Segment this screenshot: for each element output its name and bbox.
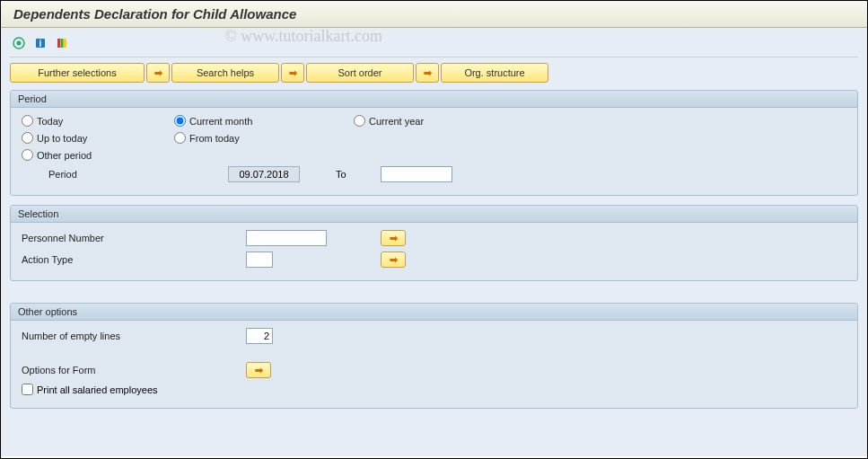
content-area: © www.tutorialkart.com i Further selecti… bbox=[1, 28, 867, 456]
search-helps-arrow-button[interactable]: ➡ bbox=[146, 63, 170, 83]
search-helps-button[interactable]: Search helps bbox=[171, 63, 279, 83]
period-to-input[interactable] bbox=[381, 166, 452, 182]
other-options-legend: Other options bbox=[11, 304, 857, 321]
sort-order-button[interactable]: Sort order bbox=[306, 63, 414, 83]
radio-up-to-today[interactable]: Up to today bbox=[22, 132, 174, 144]
period-label: Period bbox=[22, 169, 228, 180]
personnel-number-multi-button[interactable]: ➡ bbox=[381, 230, 406, 246]
svg-rect-4 bbox=[57, 39, 60, 48]
radio-today-label: Today bbox=[37, 116, 63, 127]
personnel-number-label: Personnel Number bbox=[22, 233, 246, 243]
svg-point-1 bbox=[17, 41, 22, 46]
period-legend: Period bbox=[11, 91, 857, 108]
action-type-label: Action Type bbox=[22, 254, 246, 265]
radio-from-today[interactable]: From today bbox=[174, 132, 354, 144]
personnel-number-input[interactable] bbox=[246, 230, 327, 246]
radio-other-period-label: Other period bbox=[37, 150, 92, 161]
empty-lines-input[interactable] bbox=[246, 328, 273, 344]
info-icon[interactable]: i bbox=[31, 35, 49, 51]
svg-rect-5 bbox=[61, 39, 64, 48]
empty-lines-label: Number of empty lines bbox=[22, 331, 246, 341]
period-group: Period Today Current month Current year … bbox=[10, 90, 858, 196]
arrow-right-icon: ➡ bbox=[289, 67, 297, 79]
radio-up-to-today-label: Up to today bbox=[37, 133, 87, 144]
radio-from-today-label: From today bbox=[189, 133, 240, 144]
sort-order-arrow-button[interactable]: ➡ bbox=[281, 63, 304, 83]
other-options-group: Other options Number of empty lines Opti… bbox=[10, 303, 858, 409]
selection-legend: Selection bbox=[11, 206, 857, 223]
svg-text:i: i bbox=[39, 39, 42, 49]
action-type-multi-button[interactable]: ➡ bbox=[381, 252, 406, 268]
app-toolbar: Further selections ➡ Search helps ➡ Sort… bbox=[10, 63, 858, 83]
arrow-right-icon: ➡ bbox=[390, 233, 398, 244]
selection-group: Selection Personnel Number ➡ Action Type… bbox=[10, 205, 858, 281]
svg-rect-6 bbox=[64, 39, 66, 48]
arrow-right-icon: ➡ bbox=[424, 67, 432, 79]
org-structure-arrow-button[interactable]: ➡ bbox=[416, 63, 439, 83]
page-title: Dependents Declaration for Child Allowan… bbox=[1, 1, 867, 28]
variant-icon[interactable] bbox=[53, 35, 71, 51]
arrow-right-icon: ➡ bbox=[390, 254, 398, 266]
print-all-label: Print all salaried employees bbox=[37, 384, 158, 395]
arrow-right-icon: ➡ bbox=[154, 67, 162, 79]
radio-current-month[interactable]: Current month bbox=[174, 115, 354, 127]
radio-current-year[interactable]: Current year bbox=[354, 115, 515, 127]
radio-current-year-label: Current year bbox=[369, 116, 424, 127]
radio-other-period[interactable]: Other period bbox=[22, 149, 174, 161]
options-form-label: Options for Form bbox=[22, 365, 246, 375]
radio-current-month-label: Current month bbox=[189, 116, 252, 127]
period-to-label: To bbox=[300, 169, 381, 180]
org-structure-button[interactable]: Org. structure bbox=[441, 63, 548, 83]
period-from-input[interactable] bbox=[228, 166, 300, 182]
action-type-input[interactable] bbox=[246, 252, 273, 268]
system-toolbar: i bbox=[10, 31, 858, 57]
radio-today[interactable]: Today bbox=[22, 115, 174, 127]
arrow-right-icon: ➡ bbox=[255, 365, 263, 376]
print-all-checkbox[interactable]: Print all salaried employees bbox=[22, 384, 158, 395]
further-selections-button[interactable]: Further selections bbox=[10, 63, 145, 83]
execute-icon[interactable] bbox=[10, 35, 28, 51]
options-form-button[interactable]: ➡ bbox=[246, 362, 271, 378]
